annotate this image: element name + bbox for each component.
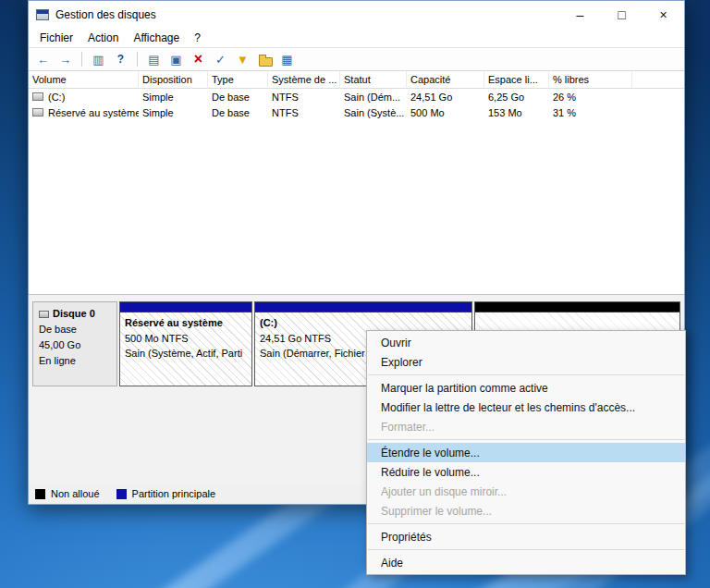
disk-status: En ligne <box>39 353 111 369</box>
context-menu-item-ouvrir[interactable]: Ouvrir <box>367 333 685 352</box>
table-row[interactable]: Réservé au système Simple De base NTFS S… <box>29 104 684 120</box>
partition-name: (C:) <box>260 315 467 331</box>
partition-name: Réservé au système <box>125 315 247 331</box>
column-header-volume[interactable]: Volume <box>29 71 139 89</box>
minimize-button[interactable]: – <box>559 1 601 28</box>
context-menu-separator <box>368 374 684 375</box>
volume-icon <box>32 108 43 116</box>
legend-label: Partition principale <box>132 488 216 499</box>
cell-filesystem: NTFS <box>268 92 340 103</box>
column-header-capacite[interactable]: Capacité <box>407 71 484 89</box>
context-menu-item-modifier-lettre[interactable]: Modifier la lettre de lecteur et les che… <box>367 398 685 417</box>
partition-status: Sain (Système, Actif, Parti <box>125 346 247 361</box>
context-menu-item-aide[interactable]: Aide <box>367 553 685 572</box>
cell-statut: Sain (Dém... <box>340 92 407 103</box>
app-icon <box>36 9 49 20</box>
context-menu-separator <box>368 439 684 440</box>
column-header-pct-libres[interactable]: % libres <box>549 71 632 89</box>
cell-disposition: Simple <box>139 107 208 118</box>
toolbar-separator <box>137 52 138 67</box>
disk-icon <box>39 311 49 318</box>
context-menu-item-explorer[interactable]: Explorer <box>367 352 685 372</box>
window-controls: – □ × <box>559 1 684 28</box>
context-menu-item-marquer-active[interactable]: Marquer la partition comme active <box>367 378 685 398</box>
volume-list: Volume Disposition Type Système de ... S… <box>29 71 684 295</box>
title-bar: Gestion des disques – □ × <box>29 1 684 28</box>
menu-action[interactable]: Action <box>80 30 126 46</box>
context-menu-item-ajouter-miroir: Ajouter un disque miroir... <box>367 482 685 501</box>
volume-list-header: Volume Disposition Type Système de ... S… <box>29 71 684 89</box>
validate-icon[interactable] <box>212 51 229 68</box>
partition-color-bar <box>255 302 471 312</box>
menu-affichage[interactable]: Affichage <box>126 30 187 46</box>
toolbar <box>29 47 684 71</box>
context-menu: Ouvrir Explorer Marquer la partition com… <box>366 330 686 575</box>
unallocated-color-bar <box>475 302 679 312</box>
cell-disposition: Simple <box>139 92 208 103</box>
column-header-statut[interactable]: Statut <box>340 71 407 89</box>
partition-size: 500 Mo NTFS <box>125 331 247 347</box>
cell-statut: Sain (Systè... <box>340 107 407 118</box>
table-row[interactable]: (C:) Simple De base NTFS Sain (Dém... 24… <box>29 89 684 104</box>
context-menu-item-formater: Formater... <box>367 417 685 436</box>
back-icon[interactable] <box>34 51 52 68</box>
column-header-filler <box>632 71 684 89</box>
menu-fichier[interactable]: Fichier <box>32 30 80 46</box>
legend-label: Non alloué <box>51 488 100 499</box>
menu-help[interactable]: ? <box>187 30 208 46</box>
toolbar-separator <box>81 52 82 67</box>
forward-icon[interactable] <box>56 51 74 68</box>
unallocated-swatch <box>35 489 45 499</box>
primary-partition-swatch <box>116 489 127 499</box>
cell-filesystem: NTFS <box>268 107 340 118</box>
delete-icon[interactable] <box>190 51 207 68</box>
console-window-icon[interactable] <box>167 51 185 68</box>
context-menu-item-proprietes[interactable]: Propriétés <box>367 527 685 546</box>
column-header-disposition[interactable]: Disposition <box>139 71 208 89</box>
disk-name: Disque 0 <box>53 306 95 322</box>
context-menu-item-etendre-volume[interactable]: Étendre le volume... <box>367 443 685 462</box>
cell-capacite: 24,51 Go <box>407 92 484 103</box>
context-menu-separator <box>368 523 684 524</box>
context-menu-separator <box>368 549 684 550</box>
cell-volume: (C:) <box>48 92 65 103</box>
partition-color-bar <box>120 302 251 312</box>
cell-espace-libre: 6,25 Go <box>484 92 549 103</box>
disk-size: 45,00 Go <box>39 337 111 353</box>
show-console-tree-icon[interactable] <box>90 51 107 68</box>
legend-item-unallocated: Non alloué <box>35 488 100 499</box>
help-icon[interactable] <box>112 51 129 68</box>
column-header-type[interactable]: Type <box>208 71 268 89</box>
legend-item-primary-partition: Partition principale <box>116 488 216 499</box>
cell-pct-libres: 31 % <box>549 107 632 118</box>
views-icon[interactable] <box>278 51 296 68</box>
window-title: Gestion des disques <box>55 8 156 21</box>
menu-bar: Fichier Action Affichage ? <box>29 28 684 47</box>
cell-pct-libres: 26 % <box>549 92 632 103</box>
cell-espace-libre: 153 Mo <box>484 107 549 118</box>
volume-icon <box>32 92 43 101</box>
context-menu-item-supprimer-volume: Supprimer le volume... <box>367 501 685 521</box>
column-header-espace-libre[interactable]: Espace li... <box>484 71 549 89</box>
disk-panel[interactable]: Disque 0 De base 45,00 Go En ligne <box>32 301 117 386</box>
cell-volume: Réservé au système <box>48 107 139 118</box>
properties-icon[interactable] <box>145 51 163 68</box>
filter-icon[interactable] <box>234 51 251 68</box>
column-header-filesystem[interactable]: Système de ... <box>268 71 340 89</box>
context-menu-item-reduire-volume[interactable]: Réduire le volume... <box>367 462 685 482</box>
open-folder-icon[interactable] <box>256 51 274 68</box>
partition-system-reserved[interactable]: Réservé au système 500 Mo NTFS Sain (Sys… <box>119 301 252 386</box>
disk-type: De base <box>39 322 111 337</box>
cell-type: De base <box>208 92 268 103</box>
close-button[interactable]: × <box>643 1 684 28</box>
cell-capacite: 500 Mo <box>407 107 484 118</box>
maximize-button[interactable]: □ <box>601 1 643 28</box>
cell-type: De base <box>208 107 268 118</box>
